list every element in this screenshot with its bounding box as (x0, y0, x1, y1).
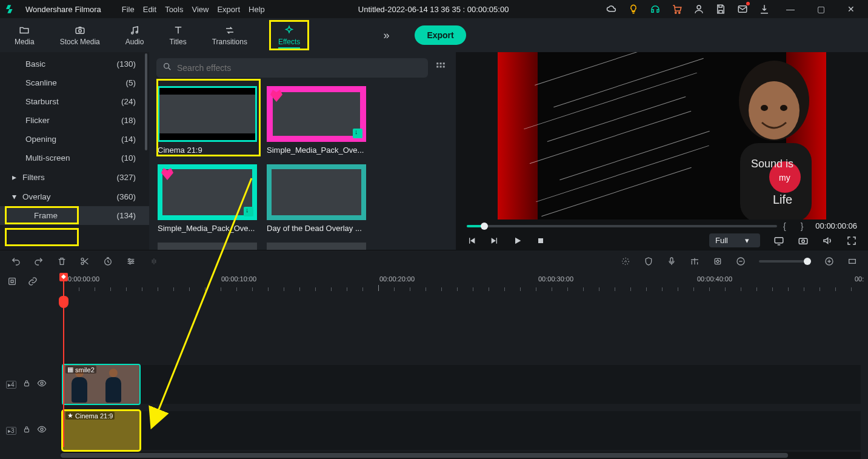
search-field[interactable] (177, 63, 422, 73)
timeline-ruler[interactable]: 00:00:00:00 00:00:10:00 00:00:20:00 00:0… (61, 275, 861, 292)
redo-button[interactable] (34, 256, 44, 266)
store-cart-icon[interactable] (670, 2, 684, 16)
window-close-icon[interactable]: ✕ (840, 0, 862, 18)
tab-transitions[interactable]: Transitions (209, 22, 251, 49)
messages-icon[interactable] (736, 2, 749, 16)
timeline-clip-cinema219[interactable]: ★Cinema 21:9 (63, 411, 139, 450)
next-frame-button[interactable] (490, 236, 499, 246)
cloud-icon[interactable] (605, 2, 618, 16)
tab-titles[interactable]: Titles (165, 22, 190, 49)
zoom-in-button[interactable] (824, 256, 834, 266)
undo-button[interactable] (11, 256, 21, 266)
sidebar-item-starburst[interactable]: Starburst(24) (0, 92, 149, 111)
menu-export[interactable]: Export (217, 5, 240, 14)
effect-card-partial-1[interactable] (158, 243, 257, 250)
sidebar-item-scanline[interactable]: Scanline(5) (0, 73, 149, 92)
track-lane[interactable]: ▦smile2 (61, 365, 861, 404)
tab-audio[interactable]: Audio (122, 22, 148, 49)
effect-card-cinema219[interactable]: Cinema 21:9 (158, 86, 257, 155)
delete-trash-button[interactable] (57, 256, 67, 266)
zoom-fit-button[interactable] (847, 256, 857, 266)
svg-point-45 (41, 428, 43, 431)
snapshot-camera-icon[interactable] (798, 235, 809, 246)
sidebar-item-frame[interactable]: Frame(134) (0, 206, 149, 225)
search-icon (162, 62, 172, 74)
sidebar-scrollbar[interactable] (145, 53, 147, 150)
audio-wave-button[interactable] (149, 256, 159, 266)
title-bar: Wondershare Filmora File Edit Tools View… (0, 0, 868, 18)
preview-viewport: Sound is my Life (456, 52, 868, 219)
window-maximize-icon[interactable]: ▢ (810, 0, 832, 18)
preview-quality-select[interactable]: Full▾ (709, 233, 760, 247)
menu-help[interactable]: Help (249, 5, 265, 14)
render-sun-button[interactable] (621, 256, 630, 266)
effect-card-simple-media-2[interactable]: Simple_Media_Pack_Ove... (158, 164, 257, 233)
crop-display-icon[interactable] (773, 235, 784, 246)
svg-point-0 (675, 12, 676, 13)
speed-clock-button[interactable] (103, 256, 113, 266)
link-icon[interactable] (28, 276, 38, 289)
download-icon[interactable] (758, 2, 771, 16)
volume-icon[interactable] (822, 235, 833, 246)
play-button[interactable] (513, 236, 522, 246)
auto-ripple-icon[interactable] (7, 276, 17, 289)
timeline-horizontal-scrollbar[interactable] (61, 452, 861, 459)
in-out-braces-icon[interactable]: { } (783, 221, 809, 231)
prev-frame-button[interactable] (467, 236, 476, 246)
support-headset-icon[interactable] (649, 2, 662, 16)
track-lane[interactable]: ★Cinema 21:9 (61, 411, 861, 450)
sidebar-item-filters[interactable]: ▸Filters(327) (0, 167, 149, 187)
sidebar-item-flicker[interactable]: Flicker(18) (0, 111, 149, 130)
stop-button[interactable] (536, 236, 546, 246)
save-floppy-icon[interactable] (714, 2, 727, 16)
zoom-slider[interactable] (759, 260, 811, 263)
svg-point-16 (749, 81, 800, 139)
preview-panel: Sound is my Life { } 00:00:00:06 Full▾ (456, 52, 868, 250)
svg-rect-36 (670, 258, 673, 262)
svg-point-7 (136, 32, 138, 33)
adjust-sliders-button[interactable] (126, 256, 136, 266)
split-scissors-button[interactable] (80, 256, 90, 266)
sidebar-item-count: (10) (121, 153, 136, 162)
menu-view[interactable]: View (192, 5, 209, 14)
sidebar-item-opening[interactable]: Opening(14) (0, 130, 149, 149)
record-mic-button[interactable] (667, 256, 676, 266)
sidebar-item-basic[interactable]: Basic(130) (0, 55, 149, 73)
preview-timecode: 00:00:00:06 (815, 221, 857, 230)
timeline-clip-smile2[interactable]: ▦smile2 (63, 365, 139, 404)
fullscreen-icon[interactable] (846, 235, 857, 246)
zoom-out-button[interactable] (736, 256, 746, 266)
tips-bulb-icon[interactable] (627, 2, 640, 16)
keyframe-diamond-button[interactable] (713, 256, 723, 266)
mixer-bars-button[interactable] (690, 256, 699, 266)
menu-edit[interactable]: Edit (143, 5, 156, 14)
swap-icon (223, 24, 236, 36)
sidebar-item-overlay[interactable]: ▾Overlay(360) (0, 187, 149, 206)
track-visibility-eye-icon[interactable] (37, 424, 47, 437)
account-user-icon[interactable] (692, 2, 706, 16)
export-button[interactable]: Export (415, 25, 466, 45)
track-lock-icon[interactable] (22, 425, 31, 436)
timeline-playhead[interactable]: ◆ (63, 273, 64, 447)
preview-scrubber[interactable] (467, 225, 777, 227)
svg-text:my: my (779, 173, 790, 183)
window-minimize-icon[interactable]: — (780, 0, 801, 18)
tab-effects[interactable]: Effects (269, 20, 309, 50)
effect-card-simple-media-1[interactable]: Simple_Media_Pack_Ove... (267, 86, 366, 155)
chevron-down-icon: ▾ (745, 236, 749, 245)
tab-label: Media (15, 38, 35, 46)
tab-media[interactable]: Media (11, 22, 38, 49)
menu-file[interactable]: File (122, 5, 135, 14)
sidebar-item-multiscreen[interactable]: Multi-screen(10) (0, 149, 149, 167)
layout-grid-icon[interactable] (435, 61, 446, 75)
track-visibility-eye-icon[interactable] (37, 378, 47, 390)
track-lock-icon[interactable] (22, 379, 31, 390)
effect-card-day-of-the-dead[interactable]: Day of the Dead Overlay ... (267, 164, 366, 233)
search-effects-input[interactable] (156, 58, 428, 78)
menu-tools[interactable]: Tools (165, 5, 183, 14)
marker-shield-button[interactable] (644, 256, 653, 266)
tab-stock-media[interactable]: Stock Media (56, 22, 104, 49)
more-tabs-icon[interactable]: » (376, 29, 396, 42)
effect-card-partial-2[interactable] (267, 243, 366, 250)
app-logo-icon (6, 4, 17, 15)
